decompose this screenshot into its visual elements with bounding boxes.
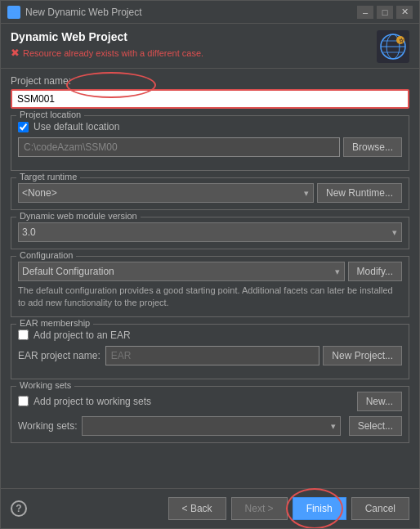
svg-text:☆: ☆ — [399, 38, 404, 43]
runtime-select[interactable]: <None> — [18, 183, 314, 203]
ear-project-name-row: EAR project name: New Project... — [18, 346, 402, 365]
target-runtime-group-label: Target runtime — [16, 172, 80, 182]
cancel-button[interactable]: Cancel — [351, 497, 409, 520]
runtime-select-group: <None> New Runtime... — [18, 183, 402, 203]
footer-help: ? — [11, 500, 27, 517]
window-icon — [7, 6, 20, 19]
footer-buttons: < Back Next > Finish Cancel — [168, 497, 409, 520]
main-window: New Dynamic Web Project – □ ✕ Dynamic We… — [0, 0, 420, 529]
configuration-select-group: Default Configuration Modify... — [18, 262, 402, 281]
dialog-title: Dynamic Web Project — [11, 30, 370, 43]
working-sets-group-label: Working sets — [16, 380, 74, 390]
configuration-select[interactable]: Default Configuration — [18, 262, 345, 281]
web-module-group-label: Dynamic web module version — [16, 211, 141, 221]
ear-name-group: New Project... — [105, 346, 402, 365]
error-icon: ✖ — [11, 47, 20, 59]
dialog-footer: ? < Back Next > Finish Cancel — [1, 488, 419, 528]
next-button[interactable]: Next > — [231, 497, 288, 520]
finish-wrapper: Finish — [293, 497, 346, 520]
header-text: Dynamic Web Project ✖ Resource already e… — [11, 30, 370, 59]
dialog-header: Dynamic Web Project ✖ Resource already e… — [1, 24, 419, 69]
maximize-button[interactable]: □ — [377, 6, 393, 19]
new-runtime-button[interactable]: New Runtime... — [317, 183, 402, 203]
web-module-group: Dynamic web module version 3.0 2.5 2.4 — [11, 217, 409, 249]
ear-membership-group: EAR membership Add project to an EAR EAR… — [11, 324, 409, 379]
back-button[interactable]: < Back — [168, 497, 226, 520]
new-project-button[interactable]: New Project... — [323, 346, 402, 365]
dialog-content: Dynamic Web Project ✖ Resource already e… — [1, 24, 419, 528]
ear-project-name-input[interactable] — [105, 346, 320, 365]
close-button[interactable]: ✕ — [396, 6, 413, 19]
project-logo: ☆ — [377, 30, 409, 63]
target-runtime-group: Target runtime <None> New Runtime... — [11, 177, 409, 210]
window-title: New Dynamic Web Project — [25, 7, 357, 18]
project-name-label: Project name: — [11, 75, 409, 87]
modify-button[interactable]: Modify... — [348, 262, 402, 281]
title-bar: New Dynamic Web Project – □ ✕ — [1, 1, 419, 24]
project-name-row: Project name: — [11, 75, 409, 109]
configuration-group: Configuration Default Configuration Modi… — [11, 256, 409, 317]
use-default-label: Use default location — [34, 121, 119, 132]
add-to-ear-checkbox[interactable] — [18, 330, 29, 340]
working-sets-group: Working sets Add project to working sets… — [11, 386, 409, 443]
add-to-ear-label: Add project to an EAR — [34, 330, 131, 341]
select-working-set-button[interactable]: Select... — [349, 416, 402, 436]
working-sets-select[interactable] — [82, 416, 340, 436]
working-sets-label: Working sets: — [18, 420, 77, 432]
use-default-location-row: Use default location — [18, 121, 402, 132]
new-working-set-button[interactable]: New... — [357, 392, 402, 411]
browse-button[interactable]: Browse... — [343, 137, 402, 157]
ear-membership-group-label: EAR membership — [16, 318, 93, 328]
error-message: ✖ Resource already exists with a differe… — [11, 47, 370, 59]
runtime-select-wrapper: <None> — [18, 183, 314, 203]
use-default-checkbox[interactable] — [18, 122, 29, 132]
project-name-input[interactable] — [11, 89, 409, 109]
configuration-group-label: Configuration — [16, 250, 76, 260]
web-module-select-wrapper: 3.0 2.5 2.4 — [18, 222, 402, 242]
location-row: Browse... — [18, 137, 402, 157]
add-to-ws-row: Add project to working sets New... — [18, 392, 402, 411]
working-sets-input-row: Working sets: Select... — [18, 416, 402, 436]
configuration-description: The default configuration provides a goo… — [18, 285, 402, 310]
working-sets-select-wrapper — [82, 416, 340, 436]
location-input[interactable] — [18, 137, 340, 157]
help-icon[interactable]: ? — [11, 500, 27, 517]
form-area: Project name: Project location Use defau… — [1, 69, 419, 488]
title-controls: – □ ✕ — [357, 6, 413, 19]
add-to-ws-label: Add project to working sets — [34, 396, 151, 407]
location-input-group: Browse... — [18, 137, 402, 157]
finish-button[interactable]: Finish — [293, 497, 346, 520]
add-to-ear-row: Add project to an EAR — [18, 330, 402, 341]
project-location-group: Project location Use default location Br… — [11, 115, 409, 171]
ear-project-name-label: EAR project name: — [18, 350, 101, 361]
add-to-ws-checkbox[interactable] — [18, 396, 29, 406]
minimize-button[interactable]: – — [357, 6, 373, 19]
configuration-select-wrapper: Default Configuration — [18, 262, 345, 281]
project-location-group-label: Project location — [16, 110, 84, 119]
web-module-select[interactable]: 3.0 2.5 2.4 — [18, 222, 402, 242]
